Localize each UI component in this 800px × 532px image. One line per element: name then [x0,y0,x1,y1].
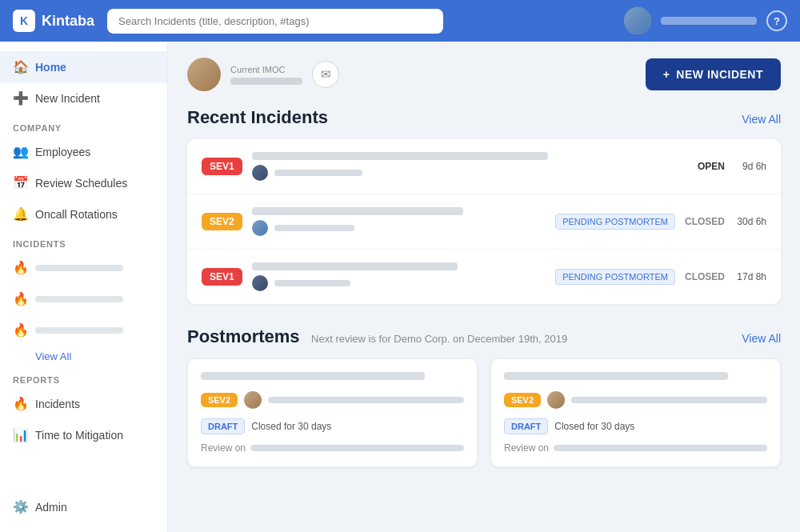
imoc-details: Current IMOC [230,65,302,85]
incidents-table: SEV1 OPEN 9d 6h SEV2 [187,139,781,304]
pm-avatar [547,391,565,409]
incident-bar-3 [35,327,123,334]
recent-incidents-view-all[interactable]: View All [742,113,781,126]
time-label: 17d 8h [734,271,766,282]
assignee-avatar [252,165,268,181]
nav-right: ? [624,7,787,34]
sidebar: 🏠 Home ➕ New Incident Company 👥 Employee… [0,42,168,532]
imoc-name-bar [230,78,302,85]
review-label: Review on [201,442,246,454]
meta-bar [274,225,354,231]
incident-meta [252,165,688,181]
employees-icon: 👥 [13,144,27,159]
section-label-incidents: Incidents [0,230,167,252]
postmortems-title: Postmortems [187,326,300,346]
imoc-avatar [187,58,221,91]
fire-icon-3: 🔥 [13,322,27,338]
sidebar-incident-item-1[interactable]: 🔥 [0,252,167,283]
incident-bar-1 [35,265,123,271]
postmortems-header: Postmortems Next review is for Demo Corp… [187,326,781,347]
pm-meta: SEV2 [201,391,464,409]
pm-review-bar [554,445,767,451]
top-navigation: K Kintaba ? [0,0,800,42]
pm-review-bar [250,445,464,451]
sidebar-item-new-incident[interactable]: ➕ New Incident [0,82,167,114]
sidebar-item-admin[interactable]: ⚙️ Admin [0,491,167,522]
new-incident-button[interactable]: + NEW INCIDENT [646,58,781,90]
plus-icon: + [663,68,670,81]
pm-sev-badge: SEV2 [201,393,238,407]
pm-review: Review on [201,442,464,454]
sidebar-incident-item-3[interactable]: 🔥 [0,314,167,346]
sidebar-item-label: Home [35,61,66,74]
pm-sev-badge: SEV2 [504,393,541,407]
main-layout: 🏠 Home ➕ New Incident Company 👥 Employee… [0,42,800,532]
sidebar-item-label: Admin [35,501,67,514]
new-incident-label: NEW INCIDENT [676,68,763,81]
time-label: 30d 6h [734,216,766,227]
pm-title-bar [201,372,425,380]
sidebar-item-time-to-mitigation[interactable]: 📊 Time to Mitigation [0,419,167,450]
home-icon: 🏠 [13,59,27,74]
status-badge: CLOSED [685,271,725,282]
sev-badge: SEV1 [202,158,242,175]
table-row[interactable]: SEV2 PENDING POSTMORTEM CLOSED 30d 6h [187,194,781,250]
postmortems-subtitle: Next review is for Demo Corp. on Decembe… [311,333,567,345]
pm-badges: DRAFT Closed for 30 days [504,418,767,434]
email-button[interactable]: ✉ [312,61,339,88]
time-label: 9d 6h [734,161,766,172]
imoc-header: Current IMOC ✉ + NEW INCIDENT [187,58,781,91]
sidebar-item-employees[interactable]: 👥 Employees [0,136,167,167]
meta-bar [274,170,362,176]
draft-badge: DRAFT [201,418,245,434]
sidebar-item-label: Employees [35,146,90,158]
postmortems-title-area: Postmortems Next review is for Demo Corp… [187,326,567,347]
status-badge: CLOSED [685,216,725,227]
help-button[interactable]: ? [766,10,787,31]
status-badge: OPEN [698,161,725,172]
incident-title-bar [252,207,464,215]
incident-details [252,262,546,291]
postmortem-badge: PENDING POSTMORTEM [555,214,675,230]
sidebar-item-oncall-rotations[interactable]: 🔔 Oncall Rotations [0,198,167,230]
username-bar [661,17,757,25]
sidebar-item-label: Review Schedules [35,177,127,190]
incident-title-bar [252,262,458,270]
sev-badge: SEV1 [202,268,242,286]
search-input[interactable] [107,9,443,34]
user-avatar[interactable] [624,7,651,34]
sidebar-item-incidents-report[interactable]: 🔥 Incidents [0,388,167,419]
recent-incidents-title: Recent Incidents [187,107,328,128]
postmortem-card[interactable]: SEV2 DRAFT Closed for 30 days Review on [490,358,781,467]
incidents-view-all[interactable]: View All [0,346,167,366]
logo-icon: K [13,10,35,32]
sidebar-item-label: Oncall Rotations [35,208,118,221]
postmortem-card[interactable]: SEV2 DRAFT Closed for 30 days Review on [187,358,478,467]
closed-label: Closed for 30 days [251,421,331,432]
app-name: Kintaba [42,13,94,30]
section-label-reports: Reports [0,366,167,388]
meta-bar [274,280,350,286]
fire-icon-2: 🔥 [13,291,27,306]
fire-report-icon: 🔥 [13,396,27,411]
incident-details [252,152,688,181]
sidebar-item-home[interactable]: 🏠 Home [0,51,167,82]
postmortems-grid: SEV2 DRAFT Closed for 30 days Review on … [187,358,781,467]
sidebar-item-label: Time to Mitigation [35,429,123,442]
incident-bar-2 [35,296,123,302]
pm-avatar [244,391,262,409]
incident-details [252,207,546,236]
sidebar-incident-item-2[interactable]: 🔥 [0,283,167,314]
bell-icon: 🔔 [13,206,27,222]
sidebar-item-label: Incidents [35,398,80,410]
postmortems-view-all[interactable]: View All [742,332,781,345]
recent-incidents-header: Recent Incidents View All [187,107,781,128]
logo[interactable]: K Kintaba [13,10,94,32]
pm-title-bar [504,372,728,380]
table-row[interactable]: SEV1 OPEN 9d 6h [187,139,781,194]
pm-review: Review on [504,442,767,454]
sidebar-item-review-schedules[interactable]: 📅 Review Schedules [0,167,167,198]
pm-badges: DRAFT Closed for 30 days [201,418,464,434]
chart-icon: 📊 [13,427,27,442]
table-row[interactable]: SEV1 PENDING POSTMORTEM CLOSED 17d 8h [187,250,781,304]
